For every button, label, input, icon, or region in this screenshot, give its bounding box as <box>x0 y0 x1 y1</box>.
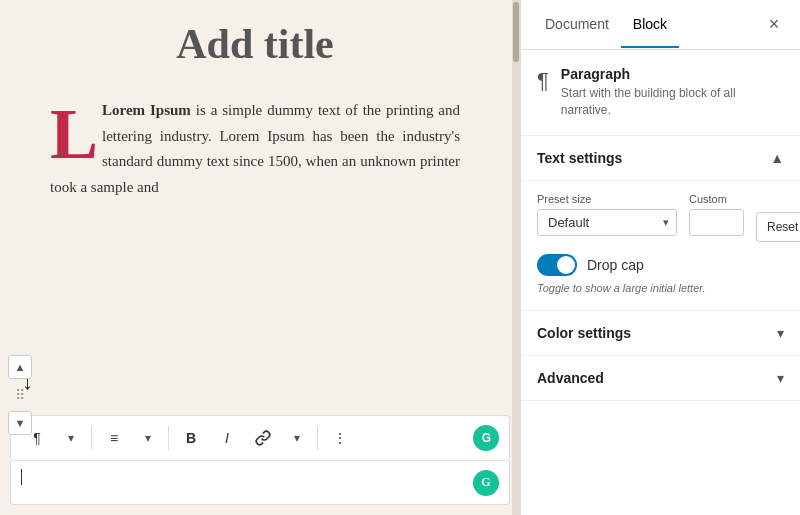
paragraph-dropdown-btn[interactable]: ▾ <box>57 422 85 454</box>
link-button[interactable] <box>247 422 279 454</box>
link-icon <box>255 430 271 446</box>
preset-size-group: Preset size Default ▾ <box>537 193 677 242</box>
toolbar-separator-3 <box>317 426 318 450</box>
chevron-up-icon: ▲ <box>15 361 26 373</box>
bold-text: Lorem Ipsum <box>102 102 191 118</box>
block-info-text: Paragraph Start with the building block … <box>561 66 784 119</box>
grammarly-inline-button[interactable]: G <box>473 470 499 496</box>
preset-size-select[interactable]: Default <box>537 209 677 236</box>
advanced-chevron-down-icon: ▾ <box>777 370 784 386</box>
italic-button[interactable]: I <box>211 422 243 454</box>
custom-size-group: Custom <box>689 193 744 242</box>
bold-icon: B <box>186 430 196 446</box>
grammarly-inline-icon: G <box>481 475 490 490</box>
drop-cap-toggle[interactable] <box>537 254 577 276</box>
block-title: Paragraph <box>561 66 784 82</box>
editor-paragraph: LLorem Ipsum is a simple dummy text of t… <box>50 98 460 200</box>
scrollbar[interactable] <box>512 0 520 515</box>
advanced-label: Advanced <box>537 370 604 386</box>
toolbar-separator-2 <box>168 426 169 450</box>
reset-button[interactable]: Reset <box>756 212 800 242</box>
close-button[interactable]: × <box>760 11 788 39</box>
more-icon: ⋮ <box>333 430 347 446</box>
more-options-button[interactable]: ⋮ <box>324 422 356 454</box>
drag-handle[interactable]: ⠿ <box>8 383 32 407</box>
text-cursor <box>21 469 22 485</box>
tab-block[interactable]: Block <box>621 2 679 48</box>
drag-icon: ⠿ <box>15 387 25 403</box>
editor-area: Add title LLorem Ipsum is a simple dummy… <box>0 0 520 515</box>
editor-body[interactable]: LLorem Ipsum is a simple dummy text of t… <box>50 98 460 200</box>
paragraph-block-icon: ¶ <box>537 68 549 94</box>
sidebar-tabs: Document Block × <box>521 0 800 50</box>
custom-label: Custom <box>689 193 744 205</box>
advanced-section: Advanced ▾ <box>521 356 800 401</box>
italic-icon: I <box>225 430 229 446</box>
color-settings-header[interactable]: Color settings ▾ <box>521 311 800 355</box>
text-settings-label: Text settings <box>537 150 622 166</box>
toggle-slider <box>537 254 577 276</box>
left-controls: ▲ ⠿ ▼ <box>8 355 32 435</box>
color-settings-label: Color settings <box>537 325 631 341</box>
color-settings-section: Color settings ▾ <box>521 311 800 356</box>
paragraph-icon: ¶ <box>33 430 41 446</box>
color-settings-chevron-down-icon: ▾ <box>777 325 784 341</box>
custom-size-input[interactable] <box>689 209 744 236</box>
block-info: ¶ Paragraph Start with the building bloc… <box>521 50 800 136</box>
editor-input-area[interactable]: G <box>10 461 510 505</box>
sidebar: Document Block × ¶ Paragraph Start with … <box>520 0 800 515</box>
align-dropdown-btn[interactable]: ▾ <box>134 422 162 454</box>
bold-button[interactable]: B <box>175 422 207 454</box>
drop-cap-hint: Toggle to show a large initial letter. <box>537 282 784 294</box>
chevron-down-icon: ▼ <box>15 417 26 429</box>
scrollbar-thumb <box>513 2 519 62</box>
move-down-button[interactable]: ▼ <box>8 411 32 435</box>
drop-cap-label: Drop cap <box>587 257 644 273</box>
link-dropdown-btn[interactable]: ▾ <box>283 422 311 454</box>
block-description: Start with the building block of all nar… <box>561 85 784 119</box>
advanced-header[interactable]: Advanced ▾ <box>521 356 800 400</box>
toolbar-separator-1 <box>91 426 92 450</box>
grammarly-icon: G <box>482 431 490 445</box>
align-icon: ≡ <box>110 430 118 446</box>
preset-size-label: Preset size <box>537 193 677 205</box>
editor-title[interactable]: Add title <box>50 20 460 68</box>
grammarly-button[interactable]: G <box>473 425 499 451</box>
text-settings-header[interactable]: Text settings ▲ <box>521 136 800 181</box>
text-settings-content: Preset size Default ▾ Custom Reset <box>521 181 800 311</box>
drop-cap-row: Drop cap <box>537 254 784 276</box>
preset-custom-row: Preset size Default ▾ Custom Reset <box>537 193 784 242</box>
tab-document[interactable]: Document <box>533 2 621 48</box>
editor-toolbar: ¶ ▾ ≡ ▾ B I ▾ ⋮ G <box>10 415 510 461</box>
text-settings-chevron-up-icon: ▲ <box>770 150 784 166</box>
align-button[interactable]: ≡ <box>98 422 130 454</box>
editor-content: Add title LLorem Ipsum is a simple dummy… <box>0 0 520 405</box>
preset-select-wrapper: Default ▾ <box>537 209 677 236</box>
move-up-button[interactable]: ▲ <box>8 355 32 379</box>
drop-cap-letter: L <box>50 98 98 170</box>
